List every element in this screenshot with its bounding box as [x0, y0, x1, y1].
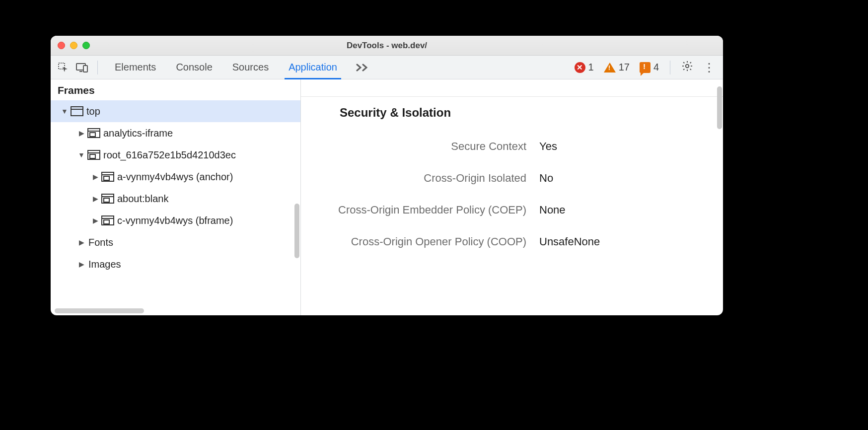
details-vertical-scrollbar[interactable]: [717, 86, 722, 129]
inspect-element-icon[interactable]: [55, 59, 72, 76]
svg-rect-8: [90, 133, 95, 137]
sidebar-vertical-scrollbar[interactable]: [294, 204, 299, 258]
frames-sidebar: Frames topanalytics-iframeroot_616a752e1…: [51, 79, 301, 315]
expand-arrow-icon[interactable]: [61, 107, 69, 115]
device-toolbar-icon[interactable]: [73, 59, 90, 76]
content-area: Frames topanalytics-iframeroot_616a752e1…: [51, 79, 723, 315]
tree-node-label: top: [86, 106, 100, 117]
tree-node-label: root_616a752e1b5d4210d3ec: [103, 149, 236, 161]
warning-count[interactable]: 17: [600, 62, 634, 73]
more-tabs-button[interactable]: [349, 64, 376, 72]
titlebar: DevTools - web.dev/: [51, 36, 723, 56]
window-icon: [71, 106, 83, 116]
tree-row[interactable]: a-vynmy4vb4wys (anchor): [51, 166, 300, 188]
svg-point-3: [686, 64, 689, 67]
expand-arrow-icon[interactable]: [77, 238, 85, 246]
expand-arrow-icon[interactable]: [77, 151, 85, 159]
devtools-window: DevTools - web.dev/ ElementsConsoleSourc…: [51, 36, 723, 315]
settings-button[interactable]: [677, 60, 697, 75]
error-count-value: 1: [588, 62, 594, 73]
svg-rect-11: [90, 154, 95, 158]
detail-row: Cross-Origin Opener Policy (COOP)UnsafeN…: [301, 226, 723, 258]
close-window-button[interactable]: [58, 42, 65, 49]
issues-count[interactable]: 4: [636, 62, 663, 73]
svg-rect-2: [83, 66, 87, 72]
tree-node-label: analytics-iframe: [103, 128, 173, 139]
detail-value: None: [539, 204, 566, 216]
svg-rect-4: [71, 107, 83, 116]
tree-row[interactable]: c-vynmy4vb4wys (bframe): [51, 210, 300, 231]
minimize-window-button[interactable]: [70, 42, 77, 49]
tab-sources[interactable]: Sources: [222, 56, 279, 79]
separator: [97, 61, 98, 74]
svg-rect-20: [104, 220, 109, 224]
expand-arrow-icon[interactable]: [77, 260, 85, 268]
error-count[interactable]: ✕ 1: [571, 62, 598, 73]
detail-row: Cross-Origin IsolatedNo: [301, 162, 723, 194]
zoom-window-button[interactable]: [82, 42, 90, 49]
tree-node-label: Images: [88, 259, 121, 270]
detail-key: Cross-Origin Embedder Policy (COEP): [301, 204, 539, 216]
detail-key: Secure Context: [301, 140, 539, 153]
expand-arrow-icon[interactable]: [91, 173, 99, 181]
detail-key: Cross-Origin Isolated: [301, 172, 539, 185]
separator: [670, 61, 670, 74]
iframe-icon: [101, 215, 114, 225]
details-table: Secure ContextYesCross-Origin IsolatedNo…: [301, 131, 723, 258]
error-icon: ✕: [575, 62, 585, 73]
tab-elements[interactable]: Elements: [105, 56, 166, 79]
detail-value: UnsafeNone: [539, 235, 600, 248]
expand-arrow-icon[interactable]: [91, 195, 99, 203]
tree-row[interactable]: root_616a752e1b5d4210d3ec: [51, 144, 300, 166]
issues-icon: [640, 62, 651, 73]
tree-row[interactable]: Fonts: [51, 231, 300, 253]
detail-key: Cross-Origin Opener Policy (COOP): [301, 235, 539, 248]
tree-row[interactable]: top: [51, 100, 300, 122]
devtools-toolbar: ElementsConsoleSourcesApplication ✕ 1 17…: [51, 56, 723, 79]
tree-node-label: Fonts: [88, 237, 113, 248]
sidebar-heading: Frames: [51, 79, 300, 100]
warning-icon: [604, 63, 616, 72]
window-title: DevTools - web.dev/: [51, 41, 723, 51]
frames-tree: topanalytics-iframeroot_616a752e1b5d4210…: [51, 100, 300, 275]
tree-row[interactable]: about:blank: [51, 188, 300, 210]
tree-node-label: a-vynmy4vb4wys (anchor): [117, 171, 233, 183]
detail-row: Secure ContextYes: [301, 131, 723, 162]
issues-count-value: 4: [653, 62, 659, 73]
tab-application[interactable]: Application: [279, 56, 347, 79]
tree-node-label: about:blank: [117, 193, 168, 205]
more-options-button[interactable]: ⋮: [699, 61, 719, 74]
sidebar-horizontal-scrollbar[interactable]: [55, 308, 144, 313]
warning-count-value: 17: [619, 62, 630, 73]
tree-row[interactable]: analytics-iframe: [51, 122, 300, 144]
tab-console[interactable]: Console: [166, 56, 222, 79]
expand-arrow-icon[interactable]: [91, 216, 99, 224]
detail-value: Yes: [539, 140, 557, 153]
tree-node-label: c-vynmy4vb4wys (bframe): [117, 215, 233, 226]
traffic-lights: [58, 42, 90, 49]
detail-value: No: [539, 172, 553, 185]
iframe-icon: [87, 128, 100, 138]
iframe-icon: [101, 172, 114, 182]
section-title: Security & Isolation: [301, 97, 723, 131]
iframe-icon: [101, 194, 114, 204]
svg-rect-14: [104, 176, 109, 180]
panel-tabs: ElementsConsoleSourcesApplication: [105, 56, 347, 79]
expand-arrow-icon[interactable]: [77, 129, 85, 137]
tree-row[interactable]: Images: [51, 253, 300, 275]
details-pane: Security & Isolation Secure ContextYesCr…: [301, 79, 723, 315]
iframe-icon: [87, 150, 100, 160]
detail-row: Cross-Origin Embedder Policy (COEP)None: [301, 194, 723, 226]
svg-rect-17: [104, 198, 109, 202]
